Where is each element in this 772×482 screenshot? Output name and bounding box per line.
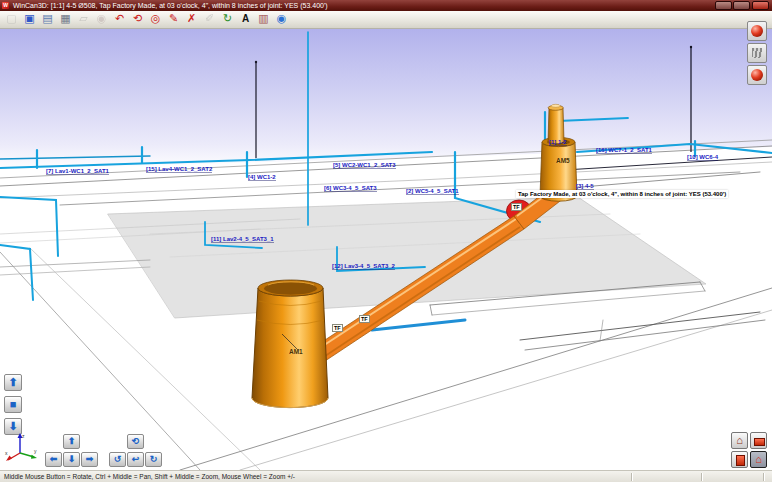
manhole-label-am1: AM1 [289, 348, 303, 355]
camera-stop-button[interactable]: ■ [4, 396, 22, 413]
3d-viewport[interactable]: [7] Lav1-WC1_2_SAT1[15] Lav4-WC1_2_SAT2[… [0, 29, 772, 470]
main-toolbar: ▢▣▤▦▱◉↶⟲◎✎✗✐↻A▥◉ [0, 11, 772, 29]
3d-scene-canvas[interactable] [0, 29, 772, 470]
svg-text:y: y [34, 448, 37, 454]
axis-indicator: z x y [4, 431, 40, 461]
pipe-label: [5] WC2-WC1_2_SAT3 [333, 162, 396, 169]
sky-gradient [0, 29, 772, 170]
tf-marker-label: TF [359, 315, 370, 323]
pipe-label: [12] Lav3-4_5_SAT3_2 [332, 263, 395, 270]
new-icon: ▢ [3, 11, 20, 27]
app-icon: W [2, 2, 9, 9]
print-icon[interactable]: ▦ [57, 11, 74, 27]
rotate-left-button[interactable]: ↺ [109, 452, 126, 467]
pipe-label: [16] WC7-1_2_SAT1 [596, 147, 652, 154]
iso-view-button[interactable]: ⌂ [750, 451, 767, 468]
measure-icon[interactable]: ✎ [165, 11, 182, 27]
camera-panel-button[interactable] [747, 43, 767, 63]
draw-icon: ✐ [201, 11, 218, 27]
tf-marker-label: TF [332, 324, 343, 332]
export-icon[interactable]: ▤ [39, 11, 56, 27]
red-ball-view-button-2[interactable] [747, 65, 767, 85]
manhole-label-am5: AM5 [556, 157, 570, 164]
wincan3d-window: W WinCan3D: [1:1] 4-5 Ø508, Tap Factory … [0, 0, 772, 482]
report-icon[interactable]: ▥ [255, 11, 272, 27]
maximize-button[interactable] [733, 1, 750, 10]
pipe-label: [4] WC1-2 [248, 174, 276, 181]
pipe-label: [15] Lav4-WC1_2_SAT2 [146, 166, 212, 173]
pipe-label: [10] WC6-4 [687, 154, 718, 161]
minimize-button[interactable] [715, 1, 732, 10]
front-view-icon [736, 455, 745, 466]
front-view-button[interactable] [731, 451, 748, 468]
save-icon[interactable]: ▣ [21, 11, 38, 27]
pipe-label: [6] WC3-4_5_SAT3 [324, 185, 377, 192]
red-ball-icon [751, 69, 763, 81]
panel-icon [752, 48, 762, 58]
rotate-back-button[interactable]: ↩ [127, 452, 144, 467]
camera-icon: ▱ [75, 11, 92, 27]
svg-text:z: z [22, 433, 25, 439]
top-view-button[interactable] [750, 432, 767, 449]
refresh-icon[interactable]: ↻ [219, 11, 236, 27]
rotate-view-icon[interactable]: ⟲ [129, 11, 146, 27]
close-button[interactable] [752, 1, 769, 10]
camera-up-button[interactable]: ⬆ [4, 374, 22, 391]
pipe-label: [1] 1-2 [549, 139, 567, 146]
status-bar: Middle Mouse Button = Rotate, Ctrl + Mid… [0, 470, 772, 482]
pipe-label: [2] WC5-4_5_SAT1 [406, 188, 459, 195]
window-title: WinCan3D: [1:1] 4-5 Ø508, Tap Factory Ma… [13, 0, 328, 11]
pan-up-button[interactable]: ⬆ [63, 434, 80, 449]
pan-down-button[interactable]: ⬇ [63, 452, 80, 467]
svg-text:x: x [5, 450, 8, 456]
tf-marker-label: TF [511, 203, 522, 211]
status-hint-text: Middle Mouse Button = Rotate, Ctrl + Mid… [4, 471, 295, 482]
marker-icon[interactable]: ✗ [183, 11, 200, 27]
pan-right-button[interactable]: ➡ [81, 452, 98, 467]
pipe-label: [3] 4-5 [576, 183, 594, 190]
snapshot-icon: ◉ [93, 11, 110, 27]
title-bar[interactable]: W WinCan3D: [1:1] 4-5 Ø508, Tap Factory … [0, 0, 772, 11]
home-view-button[interactable]: ⌂ [731, 432, 748, 449]
zoom-region-icon[interactable]: ◎ [147, 11, 164, 27]
pan-left-button[interactable]: ⬅ [45, 452, 62, 467]
observation-tooltip: Tap Factory Made, at 03 o'clock, 4", wit… [516, 190, 728, 198]
status-separator [631, 473, 632, 481]
red-ball-view-button[interactable] [747, 21, 767, 41]
pipe-label: [11] Lav2-4_5_SAT3_1 [211, 236, 274, 243]
help-icon[interactable]: ◉ [273, 11, 290, 27]
text-label-icon[interactable]: A [237, 11, 254, 27]
top-view-icon [754, 438, 765, 446]
rotate-right-button[interactable]: ↻ [145, 452, 162, 467]
red-ball-icon [751, 25, 763, 37]
undo-icon[interactable]: ↶ [111, 11, 128, 27]
status-separator [763, 473, 764, 481]
rotate-reset-button[interactable]: ⟲ [127, 434, 144, 449]
status-separator [701, 473, 702, 481]
pipe-label: [7] Lav1-WC1_2_SAT1 [46, 168, 109, 175]
manhole-am1[interactable] [252, 280, 328, 408]
